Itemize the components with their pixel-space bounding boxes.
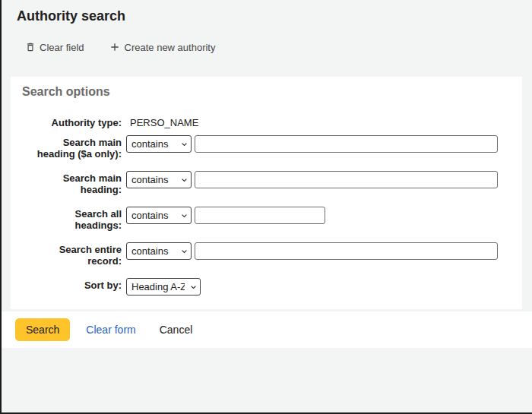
main-heading-a-operator-wrap: contains [126,135,192,153]
toolbar: Clear field Create new authority [25,41,215,53]
main-heading-operator-select[interactable]: contains [126,171,192,188]
sort-by-row: Sort by: Heading A-Z [33,278,522,295]
plus-icon [109,41,121,53]
action-bar: Search Clear form Cancel [2,311,532,348]
main-heading-input[interactable] [195,171,498,188]
all-headings-label: Search all headings: [33,207,122,231]
all-headings-input[interactable] [195,207,325,224]
all-headings-operator-select[interactable]: contains [126,207,192,224]
clear-field-button[interactable]: Clear field [25,42,84,53]
page-header: Authority search Clear field Create new … [2,0,532,75]
main-heading-row: Search main heading: contains [33,171,522,195]
search-button[interactable]: Search [15,318,70,341]
create-new-authority-label: Create new authority [125,42,216,53]
search-options-panel: Search options Authority type: PERSO_NAM… [11,77,522,309]
entire-record-operator-select[interactable]: contains [126,242,192,260]
sort-by-wrap: Heading A-Z [126,278,201,295]
authority-type-value: PERSO_NAME [130,115,198,128]
clear-form-link[interactable]: Clear form [86,324,135,336]
authority-type-label: Authority type: [33,115,122,128]
main-heading-label: Search main heading: [33,171,122,195]
page-title: Authority search [2,0,532,24]
trash-icon [25,42,36,52]
all-headings-operator-wrap: contains [126,207,192,224]
window-left-border [0,0,2,414]
clear-field-label: Clear field [40,42,84,53]
entire-record-label: Search entire record: [33,242,122,267]
all-headings-row: Search all headings: contains [33,207,522,231]
cancel-link[interactable]: Cancel [160,324,193,336]
sort-by-select[interactable]: Heading A-Z [126,278,201,295]
authority-type-row: Authority type: PERSO_NAME [33,115,522,128]
main-heading-a-row: Search main heading ($a only): contains [33,135,522,160]
entire-record-operator-wrap: contains [126,242,192,260]
entire-record-row: Search entire record: contains [33,242,522,267]
main-heading-a-operator-select[interactable]: contains [126,135,192,153]
main-heading-a-input[interactable] [195,135,498,153]
create-new-authority-button[interactable]: Create new authority [109,41,216,53]
main-heading-operator-wrap: contains [126,171,192,188]
search-options-heading: Search options [22,85,522,99]
sort-by-label: Sort by: [33,278,122,291]
entire-record-input[interactable] [195,242,498,260]
search-form: Authority type: PERSO_NAME Search main h… [22,115,522,295]
main-heading-a-label: Search main heading ($a only): [33,135,122,160]
